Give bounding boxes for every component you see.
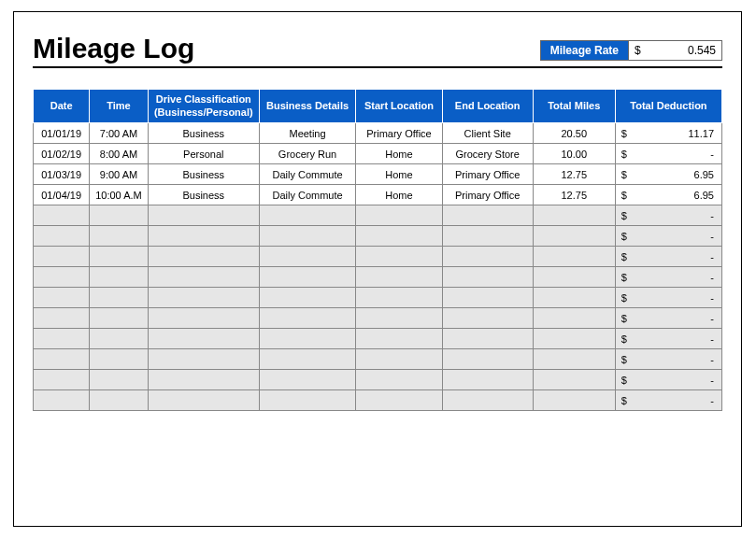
cell-classification[interactable]: Business	[148, 164, 259, 185]
cell-classification[interactable]	[148, 308, 259, 329]
cell-date[interactable]	[34, 390, 90, 411]
cell-details[interactable]: Daily Commute	[259, 164, 355, 185]
cell-time[interactable]	[90, 288, 148, 308]
cell-miles[interactable]	[533, 205, 615, 226]
cell-miles[interactable]	[533, 308, 615, 329]
cell-miles[interactable]	[533, 349, 615, 370]
cell-date[interactable]: 01/03/19	[34, 164, 90, 185]
cell-miles[interactable]	[533, 247, 615, 267]
cell-deduction[interactable]: $6.95	[615, 164, 721, 185]
cell-details[interactable]	[259, 329, 355, 349]
cell-classification[interactable]	[148, 205, 259, 226]
cell-start[interactable]	[356, 247, 443, 267]
cell-end[interactable]	[442, 390, 533, 411]
cell-time[interactable]	[90, 205, 148, 226]
cell-date[interactable]: 01/04/19	[34, 185, 90, 205]
cell-deduction[interactable]: $-	[615, 349, 721, 370]
cell-date[interactable]	[34, 247, 90, 267]
cell-details[interactable]	[259, 267, 355, 288]
cell-miles[interactable]	[533, 288, 615, 308]
cell-date[interactable]	[34, 349, 90, 370]
cell-details[interactable]: Grocery Run	[259, 144, 355, 164]
cell-details[interactable]	[259, 288, 355, 308]
cell-start[interactable]	[356, 288, 443, 308]
cell-classification[interactable]	[148, 349, 259, 370]
cell-start[interactable]	[356, 390, 443, 411]
cell-miles[interactable]	[533, 226, 615, 247]
cell-date[interactable]: 01/01/19	[34, 123, 90, 144]
cell-classification[interactable]	[148, 329, 259, 349]
cell-miles[interactable]	[533, 370, 615, 390]
cell-classification[interactable]	[148, 226, 259, 247]
cell-miles[interactable]	[533, 329, 615, 349]
cell-deduction[interactable]: $-	[615, 205, 721, 226]
cell-details[interactable]	[259, 247, 355, 267]
cell-date[interactable]	[34, 308, 90, 329]
cell-details[interactable]: Meeting	[259, 123, 355, 144]
cell-classification[interactable]	[148, 267, 259, 288]
cell-details[interactable]	[259, 308, 355, 329]
cell-end[interactable]	[442, 247, 533, 267]
cell-time[interactable]	[90, 267, 148, 288]
cell-time[interactable]: 10:00 A.M	[90, 185, 148, 205]
cell-classification[interactable]	[148, 288, 259, 308]
cell-start[interactable]	[356, 308, 443, 329]
cell-time[interactable]	[90, 329, 148, 349]
cell-time[interactable]	[90, 308, 148, 329]
mileage-rate-value[interactable]: $ 0.545	[629, 40, 722, 61]
cell-deduction[interactable]: $-	[615, 226, 721, 247]
cell-miles[interactable]: 20.50	[533, 123, 615, 144]
cell-deduction[interactable]: $-	[615, 308, 721, 329]
cell-end[interactable]	[442, 205, 533, 226]
cell-end[interactable]	[442, 308, 533, 329]
cell-details[interactable]	[259, 370, 355, 390]
cell-time[interactable]: 8:00 AM	[90, 144, 148, 164]
cell-end[interactable]: Client Site	[442, 123, 533, 144]
cell-date[interactable]	[34, 205, 90, 226]
cell-end[interactable]	[442, 370, 533, 390]
cell-deduction[interactable]: $-	[615, 247, 721, 267]
cell-start[interactable]: Home	[356, 144, 443, 164]
cell-date[interactable]: 01/02/19	[34, 144, 90, 164]
cell-end[interactable]: Primary Office	[442, 164, 533, 185]
cell-date[interactable]	[34, 226, 90, 247]
cell-date[interactable]	[34, 370, 90, 390]
cell-end[interactable]: Grocery Store	[442, 144, 533, 164]
cell-start[interactable]	[356, 267, 443, 288]
cell-date[interactable]	[34, 329, 90, 349]
cell-details[interactable]	[259, 205, 355, 226]
cell-end[interactable]	[442, 288, 533, 308]
cell-start[interactable]: Home	[356, 185, 443, 205]
cell-miles[interactable]	[533, 267, 615, 288]
cell-miles[interactable]: 12.75	[533, 185, 615, 205]
cell-details[interactable]	[259, 349, 355, 370]
cell-end[interactable]	[442, 267, 533, 288]
cell-start[interactable]: Primary Office	[356, 123, 443, 144]
cell-time[interactable]	[90, 226, 148, 247]
cell-deduction[interactable]: $-	[615, 390, 721, 411]
cell-miles[interactable]	[533, 390, 615, 411]
cell-start[interactable]	[356, 329, 443, 349]
cell-deduction[interactable]: $11.17	[615, 123, 721, 144]
cell-deduction[interactable]: $-	[615, 288, 721, 308]
cell-deduction[interactable]: $-	[615, 144, 721, 164]
cell-details[interactable]	[259, 390, 355, 411]
cell-details[interactable]	[259, 226, 355, 247]
cell-time[interactable]: 7:00 AM	[90, 123, 148, 144]
cell-time[interactable]	[90, 247, 148, 267]
cell-miles[interactable]: 10.00	[533, 144, 615, 164]
cell-deduction[interactable]: $-	[615, 329, 721, 349]
cell-classification[interactable]: Personal	[148, 144, 259, 164]
cell-miles[interactable]: 12.75	[533, 164, 615, 185]
cell-classification[interactable]	[148, 247, 259, 267]
cell-start[interactable]	[356, 370, 443, 390]
cell-end[interactable]	[442, 349, 533, 370]
cell-start[interactable]	[356, 349, 443, 370]
cell-end[interactable]: Primary Office	[442, 185, 533, 205]
cell-time[interactable]	[90, 349, 148, 370]
cell-date[interactable]	[34, 267, 90, 288]
cell-classification[interactable]	[148, 370, 259, 390]
cell-time[interactable]: 9:00 AM	[90, 164, 148, 185]
cell-classification[interactable]	[148, 390, 259, 411]
cell-classification[interactable]: Business	[148, 185, 259, 205]
